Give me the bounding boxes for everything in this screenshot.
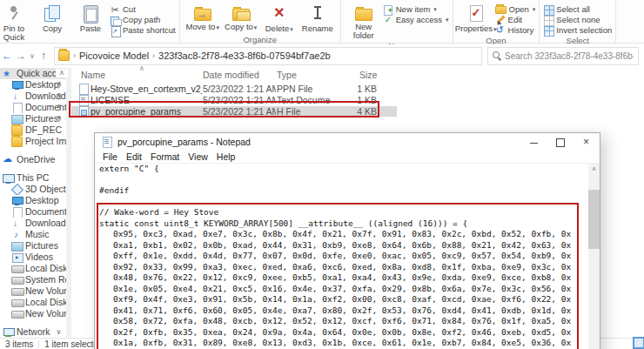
pin-to-quick-access-button[interactable]: Pin to Quick access <box>0 2 33 50</box>
sidebar-item-downloads[interactable]: Downloads <box>0 218 66 229</box>
button-label: Easy access <box>396 15 442 24</box>
sidebar-item-documents[interactable]: Documents <box>0 206 66 218</box>
column-header-date-modified[interactable]: Date modified <box>203 70 259 80</box>
code-line: 0xff, 0x1e, 0xdd, 0x4d, 0x77, 0x07, 0x0d… <box>96 251 579 262</box>
new-folder-button[interactable]: New folder <box>345 2 383 40</box>
column-header-size[interactable]: Size <box>359 70 377 80</box>
recent-locations-chevron-icon[interactable]: ∨ <box>28 52 37 60</box>
breadcrumb-segment[interactable]: Picovoice Model <box>79 50 149 61</box>
notepad-title-bar[interactable]: pv_porcupine_params - Notepad <box>95 133 600 151</box>
dropdown-caret-icon: ▾ <box>216 24 219 30</box>
button-label: Delete▾ <box>265 24 293 34</box>
h-file-icon <box>77 106 89 117</box>
menu-item-edit[interactable]: Edit <box>122 151 146 162</box>
file-icon <box>77 84 89 94</box>
properties-button[interactable]: Properties▾ <box>457 2 495 34</box>
sidebar-item-pictures[interactable]: Pictures <box>0 113 66 124</box>
ribbon-group-body: Move to▾Copy to▾Delete▾Rename <box>184 2 337 34</box>
cut-button[interactable]: Cut <box>110 4 176 14</box>
sidebar-item-system-reserved[interactable]: System Reserved <box>0 274 66 285</box>
sidebar-scroll-up-icon[interactable]: ∧ <box>56 69 68 77</box>
disk-icon <box>11 275 23 285</box>
search-box[interactable] <box>487 47 639 65</box>
search-input[interactable] <box>505 51 634 61</box>
sidebar-item-df-rec[interactable]: DF_REC <box>0 124 66 136</box>
copy-to-button[interactable]: Copy to▾ <box>222 2 260 32</box>
pc-icon <box>3 173 14 184</box>
menu-item-help[interactable]: Help <box>212 151 240 162</box>
button-label: Paste <box>80 24 101 33</box>
file-row-hey-stove-en-cortexm-v2-1-0-ppn[interactable]: Hey-Stove_en_cortexm_v2_1_0.ppn5/23/2022… <box>71 84 397 95</box>
sidebar-item-new-volume-g[interactable]: New Volume (G: <box>0 308 66 319</box>
cut-icon <box>110 4 120 15</box>
column-header-name[interactable]: Name <box>81 70 105 80</box>
button-label: Copy to▾ <box>225 23 257 32</box>
edit-button[interactable]: Edit <box>495 15 536 24</box>
menu-item-file[interactable]: File <box>98 151 122 162</box>
sidebar-item-this-pc[interactable]: This PC <box>0 172 66 184</box>
history-button[interactable]: History <box>495 25 536 35</box>
up-icon[interactable]: ↑ <box>37 50 50 62</box>
notepad-scrollbar[interactable]: ∧ <box>588 164 600 349</box>
ribbon-group-new: New folderNew item▾Easy access▾New <box>341 0 453 43</box>
open-button[interactable]: Open▾ <box>495 4 536 14</box>
navigation-pane: Quick accessDesktopDownloadsDocumentsPic… <box>0 68 66 338</box>
desktop-icon <box>11 196 23 206</box>
sidebar-item-downloads[interactable]: Downloads <box>0 91 66 102</box>
maximize-button[interactable] <box>547 133 574 151</box>
sidebar-item-new-volume-e[interactable]: New Volume (E:) <box>0 285 66 297</box>
easy-access-button[interactable]: Easy access▾ <box>383 15 449 24</box>
sidebar-item-music[interactable]: Music <box>0 229 66 240</box>
menu-item-format[interactable]: Format <box>146 151 184 162</box>
rename-button[interactable]: Rename <box>299 2 337 33</box>
file-row-pv-porcupine-params[interactable]: pv_porcupine_params5/23/2022 1:21 AMH Fi… <box>71 106 397 117</box>
ribbon-group-body: New folderNew item▾Easy access▾ <box>345 2 449 40</box>
code-line: 0x92, 0x33, 0x99, 0xa3, 0xec, 0xed, 0xa6… <box>96 262 579 273</box>
move-to-button[interactable]: Move to▾ <box>184 2 222 32</box>
sidebar-item-network[interactable]: Network∨ <box>0 326 66 338</box>
address-bar[interactable]: › Picovoice Model › 323f3ac8-2f78-4e33-8… <box>54 47 482 65</box>
sidebar-item-desktop[interactable]: Desktop <box>0 195 66 206</box>
sidebar-item-local-disk-c[interactable]: Local Disk (C:) <box>0 263 66 274</box>
sidebar-item-local-disk-f[interactable]: Local Disk (F:) <box>0 297 66 308</box>
copy-to-icon <box>232 9 250 21</box>
sidebar-item-videos[interactable]: Videos <box>0 252 66 263</box>
sidebar-item-documents[interactable]: Documents <box>0 102 66 113</box>
notepad-text-area[interactable]: extern "C" {#endif// Wake-word = Hey Sto… <box>96 164 579 349</box>
folder-icon <box>11 125 23 136</box>
button-label: New item <box>396 4 431 14</box>
code-line: 0x1e, 0x05, 0xe4, 0x21, 0xc5, 0x16, 0x4e… <box>96 284 579 295</box>
scroll-up-icon[interactable]: ∧ <box>588 164 600 174</box>
sidebar-item-pictures[interactable]: Pictures <box>0 240 66 252</box>
explorer-address-row: ← → ∨ ↑ › Picovoice Model › 323f3ac8-2f7… <box>0 44 644 67</box>
back-icon[interactable]: ← <box>0 50 14 62</box>
close-button[interactable] <box>574 133 600 151</box>
copy-button[interactable]: Copy <box>33 2 71 33</box>
new-item-button[interactable]: New item▾ <box>383 4 449 14</box>
music-icon <box>11 230 23 240</box>
paste-shortcut-button[interactable]: Paste shortcut <box>110 25 176 35</box>
column-header-type[interactable]: Type <box>277 70 297 80</box>
sidebar-item-onedrive[interactable]: OneDrive <box>0 154 66 165</box>
select-all-button[interactable]: Select all <box>543 4 612 14</box>
delete-button[interactable]: Delete▾ <box>260 2 299 34</box>
forward-icon[interactable]: → <box>14 50 28 62</box>
sidebar-item-desktop[interactable]: Desktop <box>0 79 66 91</box>
button-label: Cut <box>123 4 136 14</box>
copy-path-button[interactable]: Copy path <box>110 15 176 24</box>
breadcrumb-segment[interactable]: 323f3ac8-2f78-4e33-8f6b-07594bf7ae2b <box>158 50 331 61</box>
scrollbar-thumb[interactable] <box>588 190 600 249</box>
sidebar-item-label: Music <box>25 229 49 240</box>
ribbon-group-select: Select allSelect noneInvert selectionSel… <box>540 0 616 43</box>
select-none-button[interactable]: Select none <box>543 15 612 24</box>
minimize-button[interactable] <box>521 133 547 151</box>
paste-button[interactable]: Paste <box>71 2 110 33</box>
sidebar-item-label: System Reserved <box>25 274 66 285</box>
sidebar-item-3d-objects[interactable]: 3D Objects <box>0 184 66 195</box>
file-date-modified: 5/23/2022 1:21 AM <box>203 95 276 106</box>
button-label: Edit <box>508 15 522 24</box>
file-row-license[interactable]: LICENSE5/23/2022 1:21 AMText Document1 K… <box>71 95 397 106</box>
sidebar-item-project-img[interactable]: Project Img <box>0 136 66 147</box>
invert-selection-button[interactable]: Invert selection <box>543 25 612 35</box>
menu-item-view[interactable]: View <box>184 151 212 162</box>
